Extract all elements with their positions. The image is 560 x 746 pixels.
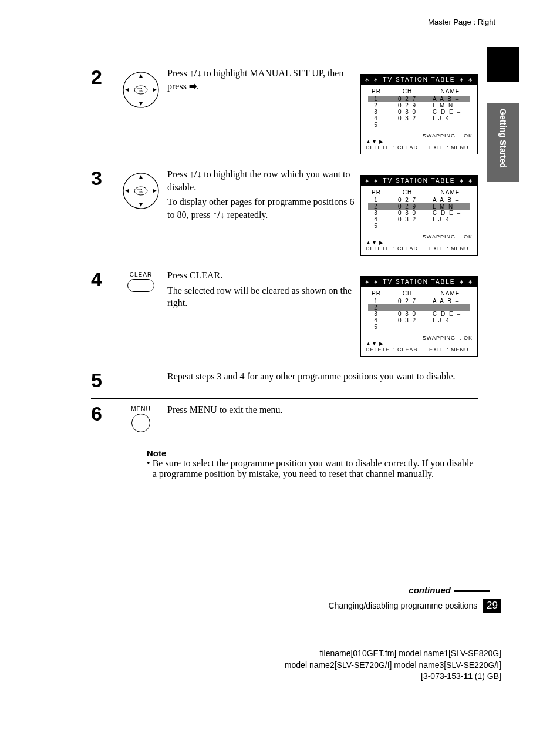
osd-row: 30 3 0C D E – [368, 311, 470, 317]
osd-row: 40 3 2I J K – [368, 317, 470, 324]
osd-screen-step4: ∗ ∗TV STATION TABLE∗ ∗ PRCHNAME 10 2 7A … [360, 276, 478, 357]
up-down-arrow-icon: ↑/↓ [190, 68, 201, 78]
note-heading: Note [147, 448, 478, 458]
bullet-icon: • [147, 458, 153, 479]
step-3: 3 OK Press ↑/↓ to highlight the row whic… [91, 163, 478, 264]
osd-row: 10 2 7A A B – [368, 197, 470, 203]
osd-row: 5 [368, 122, 470, 128]
file-info: filename[010GET.fm] model name1[SLV-SE82… [0, 648, 501, 683]
osd-row: 2 [368, 304, 470, 311]
note-block: Note • Be sure to select the programme p… [147, 448, 478, 479]
step-number: 2 [91, 67, 114, 87]
svg-point-4 [127, 89, 129, 91]
nav-pad-icon: OK [120, 170, 161, 211]
osd-rows-t1: 10 2 7A A B –20 2 9L M N –30 3 0C D E –4… [368, 96, 470, 128]
step-2-text: Press ↑/↓ to highlight MANUAL SET UP, th… [167, 67, 360, 92]
osd-row: 40 3 2I J K – [368, 115, 470, 122]
step-number: 3 [91, 168, 114, 188]
right-arrow-icon: ➡ [189, 81, 197, 91]
svg-point-3 [140, 103, 142, 105]
osd-row: 40 3 2I J K – [368, 216, 470, 223]
section-tab: Getting Started [487, 103, 519, 182]
osd-row: 20 2 9L M N – [368, 203, 470, 210]
step-3-text: Press ↑/↓ to highlight the row which you… [167, 168, 360, 221]
osd-screen-step2: ∗ ∗TV STATION TABLE∗ ∗ PRCHNAME 10 2 7A … [360, 74, 478, 154]
menu-button-label: MENU [131, 406, 150, 412]
steps-area: 2 OK Press ↑/↓ to highlight MANUAL SET U… [91, 62, 478, 441]
svg-point-2 [140, 76, 142, 78]
master-page-label: Master Page : Right [0, 0, 560, 26]
corner-black-bar [487, 47, 519, 82]
step-number: 6 [91, 404, 114, 424]
clear-button-icon [127, 279, 154, 292]
nav-pad-icon: OK [120, 69, 161, 110]
up-down-arrow-icon: ↑/↓ [190, 169, 201, 179]
svg-point-12 [154, 190, 156, 192]
menu-button-icon [131, 414, 150, 432]
step-4-text: Press CLEAR. The selected row will be cl… [167, 269, 360, 310]
osd-row: 5 [368, 324, 470, 330]
svg-point-5 [154, 89, 156, 91]
footer-section-line: Changing/disabling programme positions 2… [0, 599, 501, 613]
step-4: 4 CLEAR Press CLEAR. The selected row wi… [91, 264, 478, 365]
osd-row: 20 2 9L M N – [368, 102, 470, 109]
osd-row: 5 [368, 223, 470, 229]
up-down-arrow-icon: ↑/↓ [212, 210, 224, 220]
osd-rows-t3: 10 2 7A A B –230 3 0C D E –40 3 2I J K –… [368, 298, 470, 330]
continued-label: continued [0, 585, 490, 595]
osd-screen-step3: ∗ ∗TV STATION TABLE∗ ∗ PRCHNAME 10 2 7A … [360, 175, 478, 256]
clear-button-label: CLEAR [130, 271, 152, 278]
step-5: 5 Repeat steps 3 and 4 for any other pro… [91, 365, 478, 398]
osd-row: 30 3 0C D E – [368, 210, 470, 216]
step-6: 6 MENU Press MENU to exit the menu. [91, 398, 478, 441]
step-number: 4 [91, 269, 114, 289]
step-number: 5 [91, 370, 114, 390]
osd-row: 10 2 7A A B – [368, 298, 470, 304]
step-6-text: Press MENU to exit the menu. [167, 404, 478, 416]
svg-point-11 [127, 190, 129, 192]
svg-point-9 [140, 177, 142, 179]
osd-row: 10 2 7A A B – [368, 96, 470, 102]
step-2: 2 OK Press ↑/↓ to highlight MANUAL SET U… [91, 62, 478, 163]
page-number: 29 [483, 599, 501, 613]
svg-point-10 [140, 204, 142, 206]
step-5-text: Repeat steps 3 and 4 for any other progr… [167, 370, 478, 383]
osd-rows-t2: 10 2 7A A B –20 2 9L M N –30 3 0C D E –4… [368, 197, 470, 229]
osd-row: 30 3 0C D E – [368, 109, 470, 115]
note-text: Be sure to select the programme position… [153, 458, 478, 479]
